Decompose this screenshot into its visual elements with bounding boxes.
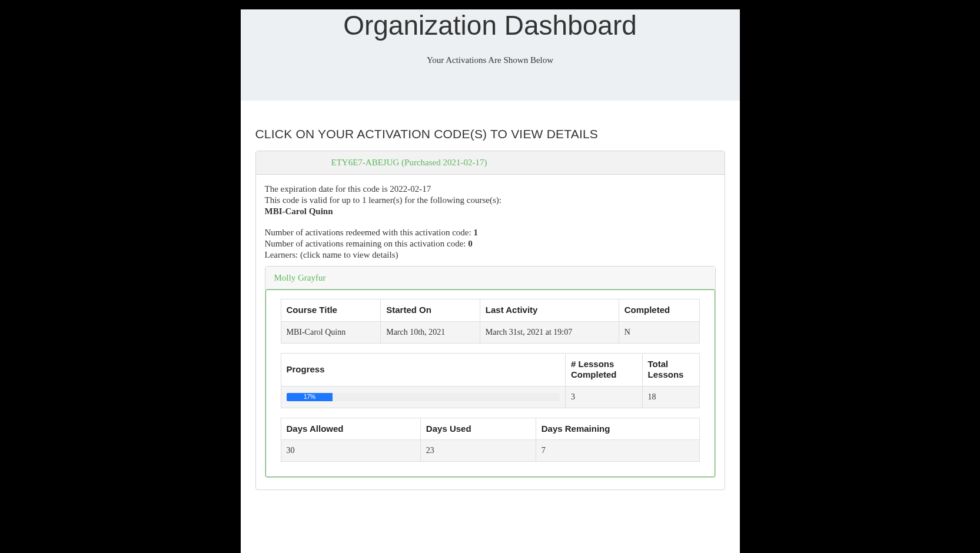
cell-completed: N <box>619 322 699 344</box>
col-days-remaining: Days Remaining <box>536 418 699 440</box>
app-frame: Organization Dashboard Your Activations … <box>241 9 740 553</box>
progress-bar: 17% <box>287 393 560 401</box>
redeemed-line: Number of activations redeemed with this… <box>265 227 716 238</box>
page-title: Organization Dashboard <box>255 9 725 39</box>
table-row: 17% 3 18 <box>281 387 699 408</box>
content-area: CLICK ON YOUR ACTIVATION CODE(S) TO VIEW… <box>241 101 740 508</box>
col-total-lessons: Total Lessons <box>642 353 699 387</box>
table-row: 30 23 7 <box>281 440 699 462</box>
col-lessons-completed: # Lessons Completed <box>565 353 642 387</box>
learner-details: Course Title Started On Last Activity Co… <box>265 289 715 477</box>
remaining-label: Number of activations remaining on this … <box>265 239 469 248</box>
col-last-activity: Last Activity <box>480 299 619 322</box>
section-heading: CLICK ON YOUR ACTIVATION CODE(S) TO VIEW… <box>255 127 725 141</box>
redeemed-value: 1 <box>473 228 478 237</box>
activation-details: The expiration date for this code is 202… <box>256 175 725 489</box>
col-days-allowed: Days Allowed <box>281 418 420 440</box>
cell-last-activity: March 31st, 2021 at 19:07 <box>480 322 619 344</box>
course-name: MBI-Carol Quinn <box>265 206 716 217</box>
cell-days-used: 23 <box>420 440 536 462</box>
col-course-title: Course Title <box>281 299 381 322</box>
col-completed: Completed <box>619 299 699 322</box>
days-table: Days Allowed Days Used Days Remaining 30… <box>281 418 700 462</box>
redeemed-label: Number of activations redeemed with this… <box>265 228 474 237</box>
cell-days-remaining: 7 <box>536 440 699 462</box>
cell-started-on: March 10th, 2021 <box>381 322 480 344</box>
learner-name-header[interactable]: Molly Grayfur <box>265 266 715 290</box>
cell-total-lessons: 18 <box>642 387 699 408</box>
progress-bar-fill: 17% <box>287 393 333 401</box>
cell-days-allowed: 30 <box>281 440 420 462</box>
page-subtitle: Your Activations Are Shown Below <box>255 55 725 65</box>
learner-card: Molly Grayfur Course Title Started On La… <box>265 266 716 478</box>
cell-lessons-completed: 3 <box>565 387 642 408</box>
expiration-text: The expiration date for this code is 202… <box>265 184 716 195</box>
activation-code-header[interactable]: ETY6E7-ABEJUG (Purchased 2021-02-17) <box>256 151 725 175</box>
learners-label: Learners: (click name to view details) <box>265 249 716 261</box>
col-days-used: Days Used <box>420 418 536 440</box>
cell-progress: 17% <box>281 387 565 408</box>
remaining-value: 0 <box>468 239 473 248</box>
cell-course-title: MBI-Carol Quinn <box>281 322 381 344</box>
col-progress: Progress <box>281 353 565 387</box>
progress-table: Progress # Lessons Completed Total Lesso… <box>281 353 700 408</box>
remaining-line: Number of activations remaining on this … <box>265 238 716 249</box>
course-table: Course Title Started On Last Activity Co… <box>281 299 700 343</box>
valid-text: This code is valid for up to 1 learner(s… <box>265 195 716 206</box>
header-band: Organization Dashboard Your Activations … <box>241 9 740 101</box>
table-row: MBI-Carol Quinn March 10th, 2021 March 3… <box>281 322 699 344</box>
activation-accordion: ETY6E7-ABEJUG (Purchased 2021-02-17) The… <box>255 151 725 490</box>
col-started-on: Started On <box>381 299 480 322</box>
